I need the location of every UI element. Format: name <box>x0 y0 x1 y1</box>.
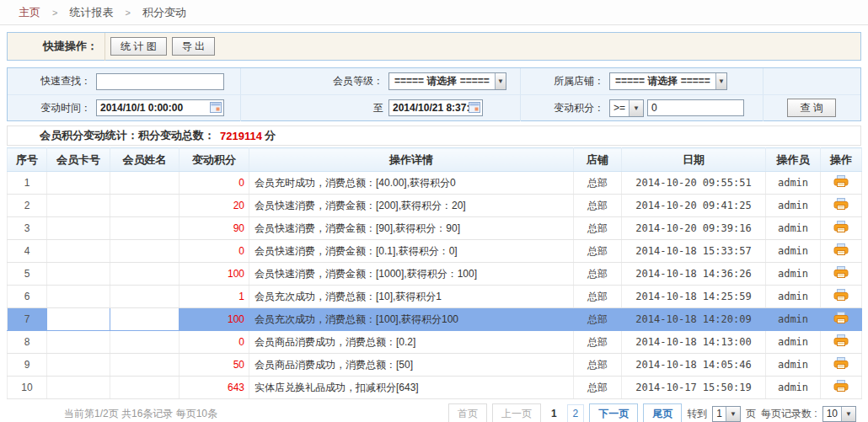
member-level-value: ===== 请选择 ===== <box>389 74 495 88</box>
page-number-2[interactable]: 2 <box>567 404 585 422</box>
chevron-down-icon: ▼ <box>841 407 855 421</box>
member-card-cell <box>47 286 110 308</box>
next-page-button[interactable]: 下一页 <box>589 403 638 422</box>
date-cell: 2014-10-18 14:05:46 <box>622 354 766 377</box>
last-page-button[interactable]: 尾页 <box>643 403 682 422</box>
operator-cell: admin <box>766 308 821 331</box>
header-points-change: 变动积分 <box>179 148 249 172</box>
table-row[interactable]: 3 90 会员快速消费，消费金额：[90],获得积分：90] 总部 2014-1… <box>8 217 862 240</box>
printer-icon[interactable] <box>833 266 849 279</box>
shop-cell: 总部 <box>574 263 622 286</box>
row-index: 10 <box>8 377 47 399</box>
member-level-select[interactable]: ===== 请选择 ===== ▼ <box>388 72 506 90</box>
row-index: 9 <box>8 354 47 377</box>
points-operator-select[interactable]: >= ▼ <box>609 99 644 117</box>
row-index: 4 <box>8 240 47 263</box>
breadcrumb: 主页 > 统计报表 > 积分变动 <box>0 0 868 25</box>
table-body: 1 0 会员充时成功，消费总额：[40.00],获得积分0 总部 2014-10… <box>8 172 862 399</box>
header-member-card: 会员卡号 <box>47 148 110 172</box>
date-cell: 2014-10-20 09:55:51 <box>622 172 766 195</box>
member-card-cell <box>47 263 110 286</box>
breadcrumb-current: 积分变动 <box>142 5 186 20</box>
quick-find-input[interactable] <box>96 73 224 90</box>
total-points-value: 7219114 <box>220 130 262 142</box>
table-row[interactable]: 4 0 会员快速消费，消费金额：[0.1],获得积分：0] 总部 2014-10… <box>8 240 862 263</box>
breadcrumb-home[interactable]: 主页 <box>19 5 40 20</box>
shop-cell: 总部 <box>574 217 622 240</box>
printer-icon[interactable] <box>833 175 849 188</box>
first-page-button[interactable]: 首页 <box>448 403 487 422</box>
per-page-select[interactable]: 10 ▼ <box>822 406 856 422</box>
header-date: 日期 <box>622 148 766 172</box>
member-card-cell <box>47 172 110 195</box>
printer-icon[interactable] <box>833 380 849 393</box>
printer-icon[interactable] <box>833 198 849 211</box>
print-cell <box>821 195 862 217</box>
shop-select[interactable]: ===== 请选择 ===== ▼ <box>609 72 727 90</box>
shop-cell: 总部 <box>574 195 622 217</box>
points-change-cell: 100 <box>179 263 249 286</box>
points-change-cell: 0 <box>179 172 249 195</box>
date-cell: 2014-10-18 14:25:59 <box>622 286 766 308</box>
points-change-cell: 0 <box>179 240 249 263</box>
member-name-cell <box>110 354 179 377</box>
calendar-icon[interactable] <box>469 102 480 113</box>
table-row[interactable]: 8 0 会员商品消费成功，消费总额：[0.2] 总部 2014-10-18 14… <box>8 331 862 354</box>
header-shop: 店铺 <box>574 148 622 172</box>
table-row[interactable]: 2 20 会员快速消费，消费金额：[200],获得积分：20] 总部 2014-… <box>8 195 862 217</box>
search-button[interactable]: 查 询 <box>787 99 836 117</box>
header-actions: 操作 <box>821 148 862 172</box>
chart-button[interactable]: 统 计 图 <box>110 37 167 56</box>
table-row[interactable]: 9 50 会员商品消费成功，消费总额：[50] 总部 2014-10-18 14… <box>8 354 862 377</box>
printer-icon[interactable] <box>833 312 849 324</box>
row-index: 8 <box>8 331 47 354</box>
member-name-cell <box>110 286 179 308</box>
print-cell <box>821 263 862 286</box>
row-index: 5 <box>8 263 47 286</box>
table-header-row: 序号 会员卡号 会员姓名 变动积分 操作详情 店铺 日期 操作员 操作 <box>8 148 862 172</box>
table-row[interactable]: 6 1 会员充次成功，消费总额：[10],获得积分1 总部 2014-10-18… <box>8 286 862 308</box>
operator-cell: admin <box>766 331 821 354</box>
printer-icon[interactable] <box>833 289 849 302</box>
shop-select-value: ===== 请选择 ===== <box>610 74 715 88</box>
header-member-name: 会员姓名 <box>110 148 179 172</box>
table-row[interactable]: 7 100 会员充次成功，消费总额：[100],获得积分100 总部 2014-… <box>8 308 862 331</box>
operation-detail-cell: 会员商品消费成功，消费总额：[0.2] <box>249 331 574 354</box>
member-card-cell <box>47 195 110 217</box>
operation-detail-cell: 会员快速消费，消费金额：[1000],获得积分：100] <box>249 263 574 286</box>
operator-cell: admin <box>766 286 821 308</box>
goto-page-select[interactable]: 1 ▼ <box>712 406 741 422</box>
operator-cell: admin <box>766 195 821 217</box>
chevron-down-icon: ▼ <box>715 73 726 89</box>
date-cell: 2014-10-17 15:50:19 <box>622 377 766 399</box>
shop-cell: 总部 <box>574 354 622 377</box>
printer-icon[interactable] <box>833 357 849 370</box>
points-change-cell: 90 <box>179 217 249 240</box>
calendar-icon[interactable] <box>210 102 222 113</box>
table-row[interactable]: 1 0 会员充时成功，消费总额：[40.00],获得积分0 总部 2014-10… <box>8 172 862 195</box>
row-index: 2 <box>8 195 47 217</box>
member-card-cell <box>47 331 110 354</box>
table-row[interactable]: 10 643 实体店兑换礼品成功，扣减积分[643] 总部 2014-10-17… <box>8 377 862 399</box>
results-table-wrap: 序号 会员卡号 会员姓名 变动积分 操作详情 店铺 日期 操作员 操作 1 0 … <box>7 147 861 399</box>
time-from-input[interactable] <box>96 99 224 116</box>
print-cell <box>821 354 862 377</box>
table-row[interactable]: 5 100 会员快速消费，消费金额：[1000],获得积分：100] 总部 20… <box>8 263 862 286</box>
prev-page-button[interactable]: 上一页 <box>492 403 541 422</box>
operation-detail-cell: 会员快速消费，消费金额：[0.1],获得积分：0] <box>249 240 574 263</box>
chevron-down-icon: ▼ <box>495 73 506 89</box>
points-value-input[interactable] <box>647 99 744 116</box>
printer-icon[interactable] <box>833 243 849 256</box>
print-cell <box>821 286 862 308</box>
operation-detail-cell: 会员充次成功，消费总额：[10],获得积分1 <box>249 286 574 308</box>
export-button[interactable]: 导 出 <box>172 37 215 56</box>
printer-icon[interactable] <box>833 221 849 233</box>
row-index: 6 <box>8 286 47 308</box>
date-cell: 2014-10-18 15:33:57 <box>622 240 766 263</box>
page-number-1[interactable]: 1 <box>546 405 562 422</box>
printer-icon[interactable] <box>833 334 849 347</box>
shop-cell: 总部 <box>574 240 622 263</box>
shop-cell: 总部 <box>574 377 622 399</box>
summary-prefix: 会员积分变动统计：积分变动总数： <box>40 128 215 143</box>
breadcrumb-reports[interactable]: 统计报表 <box>69 5 113 20</box>
